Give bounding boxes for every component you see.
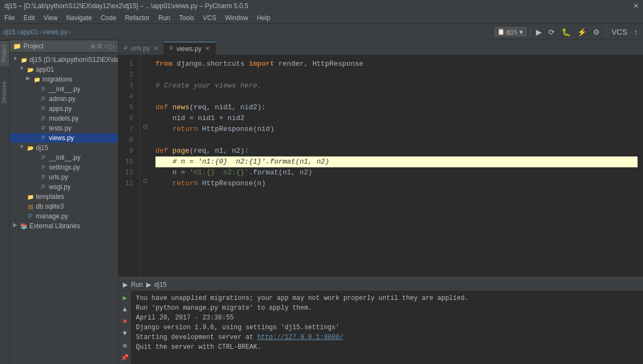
run-controls: ▶ ▲ ■ ▼ ⚙ 📌 You have unapplied migration… bbox=[118, 291, 643, 364]
menu-refactor[interactable]: Refactor bbox=[121, 12, 154, 23]
run-restart-btn[interactable]: ▶ bbox=[120, 293, 130, 302]
header-icon4[interactable]: ▷ bbox=[110, 42, 115, 50]
py-icon-views: P bbox=[39, 134, 48, 142]
breadcrumb-app01[interactable]: app01 bbox=[20, 28, 38, 36]
ext-icon: 📚 bbox=[20, 222, 28, 230]
tab-urls[interactable]: P urls.py ✕ bbox=[118, 42, 164, 55]
py-icon-manage: P bbox=[26, 212, 35, 221]
code-line-6: nid = nid1 + nid2 bbox=[155, 113, 638, 124]
tree-sqlite[interactable]: ▤ db.sqlite3 bbox=[10, 202, 118, 211]
project-tab[interactable]: Project bbox=[0, 40, 9, 66]
run-pin-btn[interactable]: 📌 bbox=[120, 353, 130, 362]
toolbar-sep2 bbox=[605, 27, 606, 37]
title-text: dj15 – [D:\Lab\python\S12\EX\day12\ex2\d… bbox=[4, 2, 248, 10]
run-scroll-down-btn[interactable]: ▼ bbox=[120, 329, 130, 338]
tree-label-ext: External Libraries bbox=[29, 222, 80, 230]
breadcrumb-views[interactable]: views.py bbox=[42, 28, 67, 36]
tree-views[interactable]: P views.py bbox=[10, 133, 118, 143]
tree-templates[interactable]: 📁 templates bbox=[10, 192, 118, 202]
tab-bar: P urls.py ✕ P views.py ✕ bbox=[118, 40, 643, 55]
py-icon-init1: P bbox=[39, 85, 48, 93]
gutter-7: ◯ bbox=[140, 121, 150, 131]
run-header: ▶ Run ▶ dj15 bbox=[118, 278, 643, 291]
tree-wsgi[interactable]: P wsgi.py bbox=[10, 182, 118, 192]
tree-dj15-sub[interactable]: ▼ 📂 dj15 bbox=[10, 143, 118, 153]
tree-admin[interactable]: P admin.py bbox=[10, 94, 118, 104]
project-header: 📁 Project ⊕ ⚙ ◁ ▷ bbox=[10, 40, 118, 53]
code-content[interactable]: from django.shortcuts import render, Htt… bbox=[150, 55, 643, 277]
tree-label-apps: apps.py bbox=[49, 105, 72, 112]
menu-run[interactable]: Run bbox=[154, 12, 174, 23]
linenum-7: 7 bbox=[118, 124, 136, 135]
tree-apps[interactable]: P apps.py bbox=[10, 104, 118, 114]
linenum-3: 3 bbox=[118, 80, 136, 91]
code-line-7: return HttpResponse(nid) bbox=[155, 124, 638, 135]
menu-edit[interactable]: Edit bbox=[19, 12, 39, 23]
coverage-button[interactable]: ⚡ bbox=[575, 26, 589, 39]
tree-init1[interactable]: P __init__.py bbox=[10, 84, 118, 94]
tree-settings[interactable]: P settings.py bbox=[10, 162, 118, 172]
menu-window[interactable]: Window bbox=[221, 12, 253, 23]
run-line-6: Quit the server with CTRL-BREAK. bbox=[136, 342, 639, 352]
file-tree: ▼ 📁 dj15 (D:\Lab\python\S12\EX\day12\ex2… bbox=[10, 53, 118, 364]
header-icon2[interactable]: ⚙ bbox=[97, 42, 103, 50]
dev-server-link[interactable]: http://127.0.0.1:8000/ bbox=[257, 334, 343, 341]
py-icon-apps: P bbox=[39, 104, 48, 113]
tree-tests[interactable]: P tests.py bbox=[10, 123, 118, 133]
run-button[interactable]: ▶ bbox=[534, 26, 544, 39]
push-button[interactable]: ↑ bbox=[632, 26, 640, 39]
run-stop-btn[interactable]: ■ bbox=[120, 317, 130, 326]
py-icon-init2: P bbox=[39, 153, 48, 162]
menu-help[interactable]: Help bbox=[253, 12, 275, 23]
menu-vcs[interactable]: VCS bbox=[198, 12, 221, 23]
linenum-11: 11 bbox=[118, 167, 136, 178]
tree-manage[interactable]: P manage.py bbox=[10, 211, 118, 221]
gutter-11 bbox=[140, 164, 150, 175]
project-selector[interactable]: 📋 dj15 ▼ bbox=[495, 27, 527, 36]
profile-button[interactable]: ⚙ bbox=[591, 26, 602, 39]
header-icon3[interactable]: ◁ bbox=[104, 42, 109, 50]
linenum-12: 12 bbox=[118, 178, 136, 189]
code-line-8 bbox=[155, 135, 638, 146]
run-settings-btn[interactable]: ⚙ bbox=[120, 341, 130, 350]
tree-init2[interactable]: P __init__.py bbox=[10, 153, 118, 162]
project-icon2: 📁 bbox=[13, 42, 21, 50]
code-line-12: return HttpResponse(n) bbox=[155, 178, 638, 189]
tree-label-app01: app01 bbox=[36, 66, 54, 73]
tab-views-close[interactable]: ✕ bbox=[205, 45, 210, 52]
tree-ext[interactable]: ▶ 📚 External Libraries bbox=[10, 221, 118, 231]
tab-urls-label: urls.py bbox=[131, 45, 150, 52]
menu-code[interactable]: Code bbox=[96, 12, 121, 23]
tab-views[interactable]: P views.py ✕ bbox=[164, 42, 216, 55]
menu-tools[interactable]: Tools bbox=[174, 12, 198, 23]
menu-view[interactable]: View bbox=[39, 12, 62, 23]
breadcrumb-dj15[interactable]: dj15 bbox=[3, 28, 16, 36]
linenum-1: 1 bbox=[118, 59, 136, 70]
code-editor[interactable]: 1 2 3 4 5 6 7 8 9 10 11 12 bbox=[118, 55, 643, 277]
main-layout: Project Structure 📁 Project ⊕ ⚙ ◁ ▷ ▼ 📁 … bbox=[0, 40, 643, 364]
run-scroll-up-btn[interactable]: ▲ bbox=[120, 305, 130, 314]
tree-migrations[interactable]: ▶ 📁 migrations bbox=[10, 74, 118, 84]
arrow-dj15: ▼ bbox=[12, 55, 18, 64]
menu-file[interactable]: File bbox=[0, 12, 19, 23]
menu-navigate[interactable]: Navigate bbox=[62, 12, 96, 23]
header-icon1[interactable]: ⊕ bbox=[90, 42, 96, 50]
code-line-3: # Create your views here. bbox=[155, 80, 638, 91]
run-line-2: Run 'python manage.py migrate' to apply … bbox=[136, 303, 639, 313]
tree-urls[interactable]: P urls.py bbox=[10, 172, 118, 182]
tab-urls-close[interactable]: ✕ bbox=[153, 45, 158, 52]
rerun-button[interactable]: ⟳ bbox=[546, 26, 557, 39]
tree-models[interactable]: P models.py bbox=[10, 114, 118, 123]
debug-button[interactable]: 🐛 bbox=[559, 26, 573, 39]
tree-root-dj15[interactable]: ▼ 📁 dj15 (D:\Lab\python\S12\EX\day12\ex2… bbox=[10, 55, 118, 65]
vcs-button[interactable]: VCS bbox=[609, 26, 629, 39]
tree-label-admin: admin.py bbox=[49, 95, 76, 103]
close-button[interactable]: ✕ bbox=[633, 2, 639, 10]
gutter-10 bbox=[140, 153, 150, 164]
toolbar: dj15 › app01 › views.py › 📋 dj15 ▼ ▶ ⟳ 🐛… bbox=[0, 24, 643, 40]
arrow-migrations: ▶ bbox=[25, 75, 32, 84]
tree-app01[interactable]: ▼ 📂 app01 bbox=[10, 65, 118, 74]
tree-label-sqlite: db.sqlite3 bbox=[36, 203, 64, 210]
structure-tab[interactable]: Structure bbox=[0, 77, 9, 108]
tree-label-models: models.py bbox=[49, 115, 79, 122]
